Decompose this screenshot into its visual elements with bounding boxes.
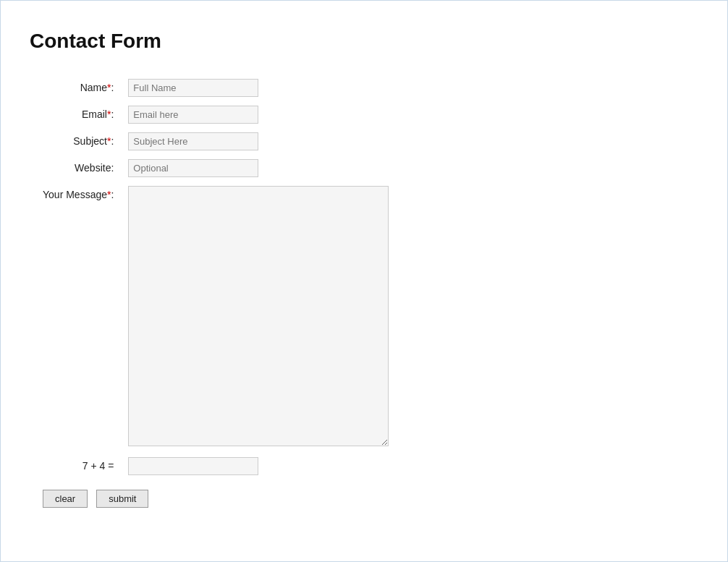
contact-form: Name*: Email*: — [30, 74, 698, 508]
website-row: Website: — [37, 155, 394, 182]
name-label-cell: Name*: — [37, 74, 122, 101]
name-label: Name*: — [80, 82, 114, 93]
clear-button[interactable]: clear — [43, 490, 88, 508]
email-row: Email*: — [37, 101, 394, 128]
captcha-input[interactable] — [128, 457, 258, 475]
subject-row: Subject*: — [37, 128, 394, 155]
email-label-cell: Email*: — [37, 101, 122, 128]
website-label: Website: — [75, 162, 114, 174]
captcha-input-cell — [122, 453, 394, 480]
buttons-row: clear submit — [43, 490, 698, 508]
message-label: Your Message*: — [43, 189, 114, 200]
message-row: Your Message*: — [37, 182, 394, 453]
subject-label: Subject*: — [73, 135, 114, 147]
name-row: Name*: — [37, 74, 394, 101]
message-input-cell — [122, 182, 394, 453]
name-input-cell — [122, 74, 394, 101]
website-input-cell — [122, 155, 394, 182]
captcha-label-cell: 7 + 4 = — [37, 453, 122, 480]
message-textarea[interactable] — [128, 186, 389, 446]
subject-label-cell: Subject*: — [37, 128, 122, 155]
email-label: Email*: — [82, 108, 114, 120]
email-input[interactable] — [128, 106, 258, 124]
message-label-cell: Your Message*: — [37, 182, 122, 453]
page-title: Contact Form — [30, 30, 698, 53]
website-label-cell: Website: — [37, 155, 122, 182]
subject-input-cell — [122, 128, 394, 155]
email-input-cell — [122, 101, 394, 128]
captcha-row: 7 + 4 = — [37, 453, 394, 480]
subject-input[interactable] — [128, 132, 258, 150]
website-input[interactable] — [128, 159, 258, 177]
submit-button[interactable]: submit — [96, 490, 148, 508]
form-table: Name*: Email*: — [37, 74, 394, 480]
page-wrapper: Contact Form Name*: — [0, 0, 728, 562]
captcha-equation: 7 + 4 = — [82, 460, 114, 472]
name-input[interactable] — [128, 79, 258, 97]
